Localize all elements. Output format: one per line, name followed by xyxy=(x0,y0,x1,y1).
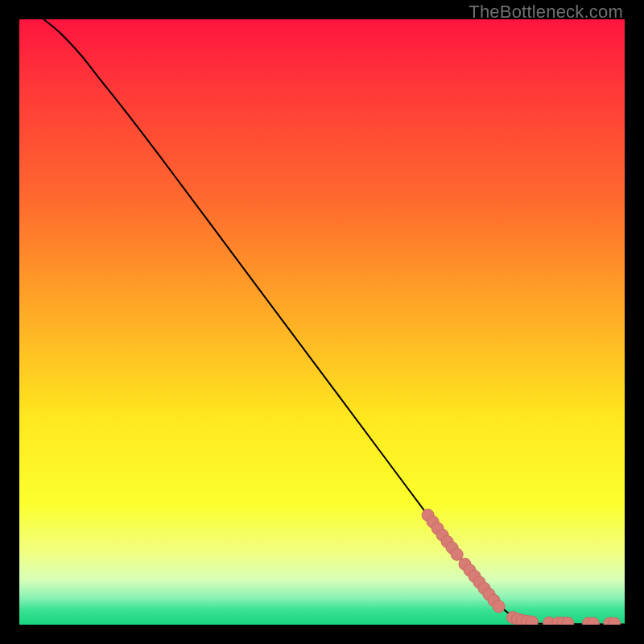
gradient-background xyxy=(19,19,625,625)
chart-canvas xyxy=(19,19,625,625)
data-marker xyxy=(493,601,505,613)
chart-frame xyxy=(19,19,625,625)
data-marker xyxy=(526,616,538,625)
data-marker xyxy=(451,548,463,560)
